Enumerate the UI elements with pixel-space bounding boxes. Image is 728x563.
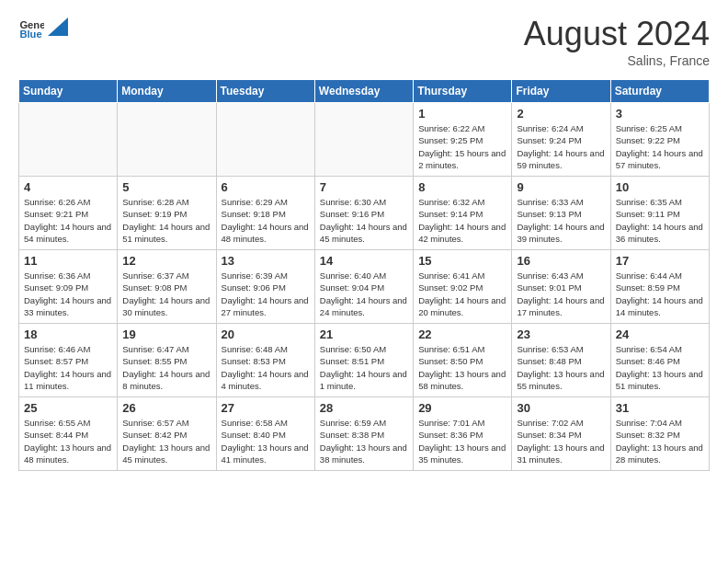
table-row: 26Sunrise: 6:57 AM Sunset: 8:42 PM Dayli…	[118, 397, 216, 471]
table-row: 20Sunrise: 6:48 AM Sunset: 8:53 PM Dayli…	[216, 324, 314, 397]
day-info: Sunrise: 6:57 AM Sunset: 8:42 PM Dayligh…	[122, 417, 210, 465]
day-number: 12	[122, 254, 210, 268]
table-row	[19, 103, 118, 177]
table-row: 4Sunrise: 6:26 AM Sunset: 9:21 PM Daylig…	[19, 177, 118, 250]
day-number: 15	[418, 254, 506, 268]
svg-marker-2	[48, 17, 68, 36]
calendar-week-1: 1Sunrise: 6:22 AM Sunset: 9:25 PM Daylig…	[19, 103, 710, 177]
day-info: Sunrise: 6:55 AM Sunset: 8:44 PM Dayligh…	[24, 417, 112, 465]
day-number: 13	[222, 254, 310, 268]
day-number: 8	[418, 180, 506, 194]
day-info: Sunrise: 6:59 AM Sunset: 8:38 PM Dayligh…	[320, 417, 408, 465]
day-number: 31	[616, 401, 704, 415]
table-row: 27Sunrise: 6:58 AM Sunset: 8:40 PM Dayli…	[216, 397, 314, 471]
day-number: 11	[24, 254, 112, 268]
day-info: Sunrise: 6:28 AM Sunset: 9:19 PM Dayligh…	[122, 196, 210, 245]
table-row: 3Sunrise: 6:25 AM Sunset: 9:22 PM Daylig…	[610, 103, 709, 177]
location-subtitle: Salins, France	[524, 53, 710, 68]
logo-triangle-icon	[48, 17, 68, 38]
title-area: August 2024 Salins, France	[524, 15, 710, 68]
day-number: 3	[616, 107, 704, 121]
table-row: 1Sunrise: 6:22 AM Sunset: 9:25 PM Daylig…	[414, 103, 512, 177]
col-thursday: Thursday	[414, 80, 512, 103]
day-number: 16	[517, 254, 605, 268]
table-row: 18Sunrise: 6:46 AM Sunset: 8:57 PM Dayli…	[19, 324, 118, 397]
day-info: Sunrise: 6:47 AM Sunset: 8:55 PM Dayligh…	[122, 343, 210, 392]
table-row: 30Sunrise: 7:02 AM Sunset: 8:34 PM Dayli…	[512, 397, 610, 471]
day-number: 29	[418, 401, 506, 415]
header: General Blue August 2024 Salins, France	[18, 15, 710, 68]
day-info: Sunrise: 6:30 AM Sunset: 9:16 PM Dayligh…	[320, 196, 408, 245]
day-info: Sunrise: 6:53 AM Sunset: 8:48 PM Dayligh…	[517, 343, 605, 392]
day-number: 30	[517, 401, 605, 415]
day-number: 17	[616, 254, 704, 268]
table-row: 16Sunrise: 6:43 AM Sunset: 9:01 PM Dayli…	[512, 250, 610, 324]
day-number: 24	[616, 327, 704, 341]
month-year-title: August 2024	[524, 15, 710, 53]
table-row: 28Sunrise: 6:59 AM Sunset: 8:38 PM Dayli…	[314, 397, 413, 471]
day-info: Sunrise: 6:39 AM Sunset: 9:06 PM Dayligh…	[222, 270, 310, 318]
table-row: 13Sunrise: 6:39 AM Sunset: 9:06 PM Dayli…	[216, 250, 314, 324]
day-info: Sunrise: 6:58 AM Sunset: 8:40 PM Dayligh…	[222, 417, 310, 465]
day-number: 26	[122, 401, 210, 415]
day-number: 18	[24, 327, 112, 341]
calendar-week-2: 4Sunrise: 6:26 AM Sunset: 9:21 PM Daylig…	[19, 177, 710, 250]
col-tuesday: Tuesday	[216, 80, 314, 103]
calendar-week-5: 25Sunrise: 6:55 AM Sunset: 8:44 PM Dayli…	[19, 397, 710, 471]
calendar-header-row: Sunday Monday Tuesday Wednesday Thursday…	[19, 80, 710, 103]
day-info: Sunrise: 6:50 AM Sunset: 8:51 PM Dayligh…	[320, 343, 408, 392]
day-info: Sunrise: 6:32 AM Sunset: 9:14 PM Dayligh…	[418, 196, 506, 245]
logo: General Blue	[18, 15, 68, 40]
table-row: 9Sunrise: 6:33 AM Sunset: 9:13 PM Daylig…	[512, 177, 610, 250]
table-row: 17Sunrise: 6:44 AM Sunset: 8:59 PM Dayli…	[610, 250, 709, 324]
day-info: Sunrise: 6:26 AM Sunset: 9:21 PM Dayligh…	[24, 196, 112, 245]
day-info: Sunrise: 6:24 AM Sunset: 9:24 PM Dayligh…	[517, 122, 605, 171]
table-row	[314, 103, 413, 177]
day-info: Sunrise: 6:33 AM Sunset: 9:13 PM Dayligh…	[517, 196, 605, 245]
table-row: 2Sunrise: 6:24 AM Sunset: 9:24 PM Daylig…	[512, 103, 610, 177]
day-info: Sunrise: 7:04 AM Sunset: 8:32 PM Dayligh…	[616, 417, 704, 465]
logo-icon: General Blue	[18, 15, 44, 40]
table-row: 15Sunrise: 6:41 AM Sunset: 9:02 PM Dayli…	[414, 250, 512, 324]
day-info: Sunrise: 6:48 AM Sunset: 8:53 PM Dayligh…	[222, 343, 310, 392]
day-number: 23	[517, 327, 605, 341]
calendar-week-3: 11Sunrise: 6:36 AM Sunset: 9:09 PM Dayli…	[19, 250, 710, 324]
day-number: 19	[122, 327, 210, 341]
day-number: 25	[24, 401, 112, 415]
table-row: 31Sunrise: 7:04 AM Sunset: 8:32 PM Dayli…	[610, 397, 709, 471]
table-row: 7Sunrise: 6:30 AM Sunset: 9:16 PM Daylig…	[314, 177, 413, 250]
table-row: 12Sunrise: 6:37 AM Sunset: 9:08 PM Dayli…	[118, 250, 216, 324]
day-number: 7	[320, 180, 408, 194]
day-number: 9	[517, 180, 605, 194]
day-number: 5	[122, 180, 210, 194]
day-number: 2	[517, 107, 605, 121]
table-row	[216, 103, 314, 177]
table-row: 14Sunrise: 6:40 AM Sunset: 9:04 PM Dayli…	[314, 250, 413, 324]
table-row	[118, 103, 216, 177]
day-info: Sunrise: 6:36 AM Sunset: 9:09 PM Dayligh…	[24, 270, 112, 318]
day-number: 27	[222, 401, 310, 415]
col-saturday: Saturday	[610, 80, 709, 103]
day-info: Sunrise: 6:44 AM Sunset: 8:59 PM Dayligh…	[616, 270, 704, 318]
day-number: 14	[320, 254, 408, 268]
day-info: Sunrise: 6:54 AM Sunset: 8:46 PM Dayligh…	[616, 343, 704, 392]
table-row: 19Sunrise: 6:47 AM Sunset: 8:55 PM Dayli…	[118, 324, 216, 397]
day-info: Sunrise: 7:02 AM Sunset: 8:34 PM Dayligh…	[517, 417, 605, 465]
col-sunday: Sunday	[19, 80, 118, 103]
table-row: 5Sunrise: 6:28 AM Sunset: 9:19 PM Daylig…	[118, 177, 216, 250]
day-info: Sunrise: 6:37 AM Sunset: 9:08 PM Dayligh…	[122, 270, 210, 318]
day-number: 22	[418, 327, 506, 341]
table-row: 10Sunrise: 6:35 AM Sunset: 9:11 PM Dayli…	[610, 177, 709, 250]
table-row: 22Sunrise: 6:51 AM Sunset: 8:50 PM Dayli…	[414, 324, 512, 397]
table-row: 8Sunrise: 6:32 AM Sunset: 9:14 PM Daylig…	[414, 177, 512, 250]
table-row: 23Sunrise: 6:53 AM Sunset: 8:48 PM Dayli…	[512, 324, 610, 397]
day-info: Sunrise: 6:35 AM Sunset: 9:11 PM Dayligh…	[616, 196, 704, 245]
table-row: 25Sunrise: 6:55 AM Sunset: 8:44 PM Dayli…	[19, 397, 118, 471]
col-monday: Monday	[118, 80, 216, 103]
table-row: 6Sunrise: 6:29 AM Sunset: 9:18 PM Daylig…	[216, 177, 314, 250]
day-info: Sunrise: 6:46 AM Sunset: 8:57 PM Dayligh…	[24, 343, 112, 392]
calendar-table: Sunday Monday Tuesday Wednesday Thursday…	[18, 79, 710, 471]
day-number: 6	[222, 180, 310, 194]
day-info: Sunrise: 6:43 AM Sunset: 9:01 PM Dayligh…	[517, 270, 605, 318]
day-number: 10	[616, 180, 704, 194]
